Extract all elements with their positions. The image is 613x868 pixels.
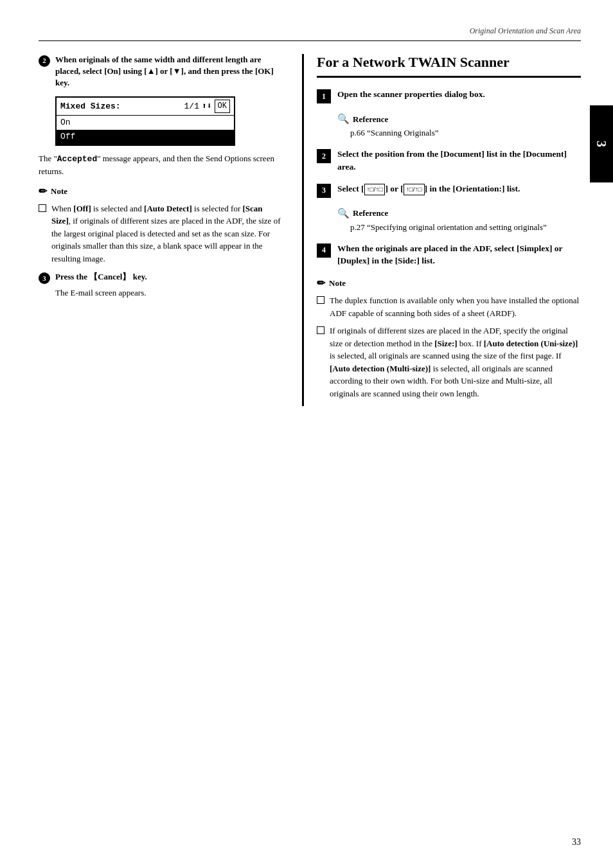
lcd-top-row: Mixed Sizes: 1/1 ⬆⬇ OK — [57, 98, 234, 116]
ref-icon-1: 🔍 — [337, 112, 350, 126]
right-note-icon: ✏ — [317, 276, 325, 290]
page-number: 33 — [572, 836, 581, 849]
step-2-content: When originals of the same width and dif… — [55, 54, 283, 89]
reference-2-label: Reference — [353, 208, 388, 219]
reference-2-text: p.27 “Specifying original orientation an… — [350, 222, 581, 233]
left-note-item-1: When [Off] is selected and [Auto Detect]… — [39, 202, 283, 265]
reference-2-header: 🔍 Reference — [337, 207, 581, 220]
lcd-arrows: ⬆⬇ — [202, 101, 212, 112]
section-tab-text: 3 — [592, 141, 610, 147]
right-note-header: ✏ Note — [317, 276, 581, 290]
right-note-text-1: The duplex function is available only wh… — [330, 294, 581, 319]
right-note-section: ✏ Note The duplex function is available … — [317, 276, 581, 400]
right-step-3-text: Select [↑□/↑□] or [↑□/↑□] in the [Orient… — [337, 182, 581, 198]
header-title: Original Orientation and Scan Area — [470, 26, 581, 37]
left-note-section: ✏ Note When [Off] is selected and [Auto … — [39, 184, 283, 265]
page-header: Original Orientation and Scan Area — [39, 26, 581, 41]
lcd-option-off: Off — [57, 130, 234, 144]
right-step-2-text: Select the position from the [Document] … — [337, 148, 581, 173]
left-note-text-1: When [Off] is selected and [Auto Detect]… — [51, 202, 283, 265]
main-layout: 2 When originals of the same width and d… — [39, 54, 581, 406]
right-note-label: Note — [329, 278, 346, 289]
right-step-1-num: 1 — [317, 89, 331, 103]
step-3-subtext: The E-mail screen appears. — [55, 287, 283, 299]
right-note-checkbox-1 — [317, 296, 324, 304]
section-heading: For a Network TWAIN Scanner — [317, 54, 581, 78]
step-3-content: Press the 【Cancel】 key. The E-mail scree… — [55, 271, 283, 298]
ref-icon-2: 🔍 — [337, 207, 350, 220]
lcd-ok-button: OK — [215, 100, 230, 113]
right-note-checkbox-2 — [317, 326, 324, 334]
right-step-1: 1 Open the scanner properties dialog box… — [317, 88, 581, 103]
step-2: 2 When originals of the same width and d… — [39, 54, 283, 89]
reference-1-header: 🔍 Reference — [337, 112, 581, 126]
reference-1-label: Reference — [353, 114, 388, 125]
right-step-4: 4 When the originals are placed in the A… — [317, 242, 581, 267]
page-container: Original Orientation and Scan Area 2 Whe… — [0, 0, 613, 868]
right-step-1-text: Open the scanner properties dialog box. — [337, 88, 581, 103]
step-2-text: When originals of the same width and dif… — [55, 54, 283, 89]
right-step-4-num: 4 — [317, 244, 331, 258]
left-note-header: ✏ Note — [39, 184, 283, 199]
accepted-monospace: Accepted — [57, 154, 97, 164]
lcd-screen: Mixed Sizes: 1/1 ⬆⬇ OK On Off — [55, 96, 235, 145]
section-tab: 3 — [590, 105, 613, 182]
accepted-message: The "Accepted" message appears, and then… — [39, 152, 283, 178]
lcd-value: 1/1 ⬆⬇ OK — [184, 100, 230, 113]
reference-1: 🔍 Reference p.66 “Scanning Originals” — [337, 112, 581, 139]
right-step-4-text: When the originals are placed in the ADF… — [337, 242, 581, 267]
lcd-option-on: On — [57, 116, 234, 130]
step-3-text: Press the 【Cancel】 key. — [55, 271, 283, 283]
right-step-3-num: 3 — [317, 184, 331, 198]
right-note-item-1: The duplex function is available only wh… — [317, 294, 581, 319]
right-note-text-2: If originals of different sizes are plac… — [330, 324, 581, 400]
step-2-number: 2 — [39, 55, 50, 67]
note-icon: ✏ — [39, 184, 47, 199]
note-checkbox-1 — [39, 204, 46, 212]
left-note-label: Note — [51, 186, 67, 197]
right-step-2-num: 2 — [317, 149, 331, 163]
step-3-number: 3 — [39, 272, 50, 284]
left-column: 2 When originals of the same width and d… — [39, 54, 283, 406]
lcd-value-text: 1/1 — [184, 101, 199, 112]
reference-2: 🔍 Reference p.27 “Specifying original or… — [337, 207, 581, 233]
right-note-item-2: If originals of different sizes are plac… — [317, 324, 581, 400]
orient-icon-1: ↑□/↑□ — [364, 184, 386, 196]
lcd-label: Mixed Sizes: — [60, 101, 121, 112]
right-step-3: 3 Select [↑□/↑□] or [↑□/↑□] in the [Orie… — [317, 182, 581, 198]
step-3: 3 Press the 【Cancel】 key. The E-mail scr… — [39, 271, 283, 298]
right-column: 3 For a Network TWAIN Scanner 1 Open the… — [302, 54, 581, 406]
reference-1-text: p.66 “Scanning Originals” — [350, 127, 581, 139]
right-step-2: 2 Select the position from the [Document… — [317, 148, 581, 173]
orient-icon-2: ↑□/↑□ — [404, 184, 425, 196]
